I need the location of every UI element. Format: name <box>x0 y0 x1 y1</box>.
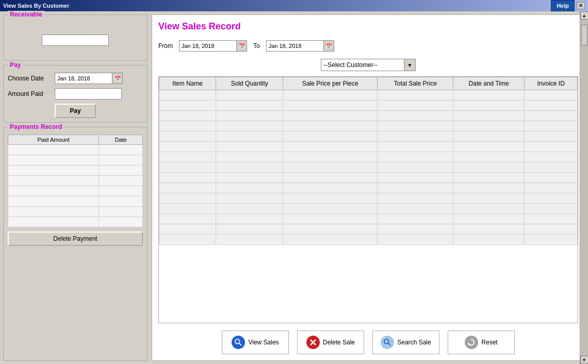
receivable-input[interactable] <box>42 35 109 46</box>
payments-table: Paid Amount Date <box>8 135 143 227</box>
table-row <box>159 101 578 111</box>
sales-table: Item Name Sold Quantity Sale Price per P… <box>159 77 578 245</box>
to-date-input[interactable] <box>267 41 323 51</box>
to-calendar-icon[interactable]: 📅 <box>323 41 334 51</box>
customer-select-row: --Select Customer-- ▼ <box>158 59 578 71</box>
payments-record-group: Payments Record Paid Amount Date <box>3 127 148 361</box>
reset-label: Reset <box>481 339 497 346</box>
to-label: To <box>253 42 260 49</box>
svg-line-1 <box>239 343 241 345</box>
choose-date-calendar-icon[interactable]: 📅 <box>112 73 122 84</box>
scrollbar[interactable]: ▲ ▼ <box>580 11 588 364</box>
choose-date-label: Choose Date <box>8 75 52 82</box>
scroll-up-button[interactable]: ▲ <box>580 11 589 20</box>
delete-payment-button[interactable]: Delete Payment <box>8 231 143 246</box>
table-row <box>159 173 578 183</box>
table-row <box>159 152 578 162</box>
customer-select-arrow-icon[interactable]: ▼ <box>404 59 415 71</box>
table-row <box>159 235 578 245</box>
reset-button[interactable]: Reset <box>448 330 515 354</box>
customer-select[interactable]: --Select Customer-- <box>321 59 404 71</box>
delete-sale-icon <box>306 336 320 349</box>
delete-sale-label: Delete Sale <box>323 339 355 346</box>
amount-paid-input[interactable] <box>55 88 122 100</box>
sales-table-container: Item Name Sold Quantity Sale Price per P… <box>158 76 578 323</box>
payments-col-date: Date <box>99 135 143 145</box>
col-sold-quantity: Sold Quantity <box>216 77 283 90</box>
col-date-time: Date and Time <box>453 77 525 90</box>
help-button[interactable]: Help <box>551 0 575 11</box>
title-bar: View Sales By Customer Help ✕ <box>0 0 588 11</box>
svg-line-5 <box>388 343 390 345</box>
table-row <box>159 111 578 121</box>
bottom-buttons: View Sales Delete Sale <box>158 330 578 354</box>
to-date-wrapper: 📅 <box>266 40 334 52</box>
payments-table-body <box>8 145 143 227</box>
choose-date-input[interactable] <box>55 73 112 84</box>
scroll-track[interactable] <box>581 20 588 356</box>
table-row <box>159 90 578 101</box>
choose-date-row: Choose Date 📅 <box>8 73 143 84</box>
customer-select-wrapper[interactable]: --Select Customer-- ▼ <box>321 59 416 71</box>
amount-paid-label: Amount Paid <box>8 90 52 97</box>
choose-date-wrapper: 📅 <box>55 73 123 84</box>
search-sale-icon <box>381 336 394 349</box>
svg-point-0 <box>235 339 240 344</box>
col-item-name: Item Name <box>159 77 216 90</box>
delete-sale-button[interactable]: Delete Sale <box>297 330 364 354</box>
search-sale-label: Search Sale <box>397 339 431 346</box>
col-total-sale-price: Total Sale Price <box>378 77 453 90</box>
search-sale-button[interactable]: Search Sale <box>372 330 439 354</box>
left-panel: Receivable Pay Choose Date 📅 Amount Paid <box>3 14 148 361</box>
table-row <box>159 183 578 193</box>
receivable-group: Receivable <box>3 14 148 61</box>
right-panel: View Sales Record From 📅 To 📅 --Sel <box>152 14 585 361</box>
amount-paid-row: Amount Paid <box>8 88 143 100</box>
reset-icon <box>465 336 478 349</box>
sales-table-body <box>159 90 578 245</box>
table-row <box>159 193 578 204</box>
from-date-input[interactable] <box>179 41 236 51</box>
view-sales-button[interactable]: View Sales <box>222 330 289 354</box>
payments-record-title: Payments Record <box>8 123 64 130</box>
view-sales-icon <box>232 336 245 349</box>
table-row <box>159 162 578 173</box>
table-row <box>159 142 578 152</box>
view-sales-title: View Sales Record <box>158 21 578 32</box>
col-invoice-id: Invoice ID <box>525 77 578 90</box>
pay-btn-row: Pay <box>8 104 143 118</box>
close-button[interactable]: ✕ <box>577 2 585 9</box>
window-title: View Sales By Customer <box>3 3 69 9</box>
pay-title: Pay <box>8 61 23 69</box>
table-row <box>159 214 578 224</box>
svg-marker-6 <box>467 342 470 344</box>
pay-group: Pay Choose Date 📅 Amount Paid Pay <box>3 65 148 123</box>
view-sales-label: View Sales <box>248 339 279 346</box>
svg-point-4 <box>384 339 389 344</box>
table-row <box>159 121 578 131</box>
scroll-down-button[interactable]: ▼ <box>580 356 589 364</box>
from-date-wrapper: 📅 <box>179 40 247 52</box>
table-row <box>159 131 578 142</box>
from-label: From <box>158 42 173 49</box>
main-container: Receivable Pay Choose Date 📅 Amount Paid <box>0 11 588 364</box>
table-row <box>159 204 578 214</box>
scroll-thumb[interactable] <box>581 25 587 45</box>
pay-button[interactable]: Pay <box>55 104 96 118</box>
receivable-title: Receivable <box>8 11 44 18</box>
col-sale-price-per-piece: Sale Price per Piece <box>283 77 378 90</box>
table-row <box>159 224 578 235</box>
payments-col-amount: Paid Amount <box>8 135 99 145</box>
from-calendar-icon[interactable]: 📅 <box>236 41 247 51</box>
date-range-row: From 📅 To 📅 <box>158 40 578 52</box>
